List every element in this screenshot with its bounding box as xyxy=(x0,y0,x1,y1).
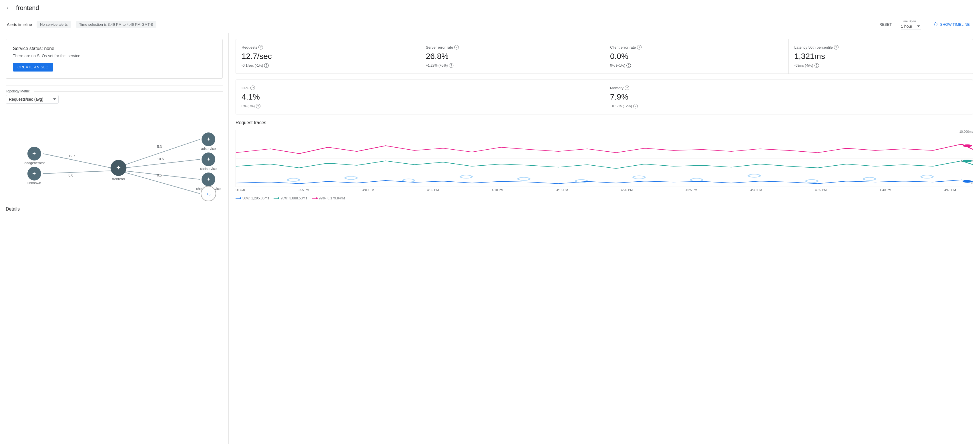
memory-change-help-icon[interactable]: ? xyxy=(633,104,638,109)
svg-line-2 xyxy=(124,139,200,165)
x-axis-labels: UTC-8 3:55 PM 4:00 PM 4:05 PM 4:10 PM 4:… xyxy=(235,187,956,192)
server-error-help-icon[interactable]: ? xyxy=(454,45,459,50)
svg-text:0.5: 0.5 xyxy=(157,173,162,177)
time-selection-badge: Time selection is 3:46 PM to 4:46 PM GMT… xyxy=(76,21,156,28)
svg-text:✦: ✦ xyxy=(207,136,211,142)
latency-value: 1,321ms xyxy=(794,52,967,61)
svg-point-50 xyxy=(963,180,972,183)
cpu-title: CPU ? xyxy=(242,86,598,90)
alerts-label: Alerts timeline xyxy=(7,22,32,27)
create-slo-button[interactable]: CREATE AN SLO xyxy=(13,63,53,72)
cpu-memory-grid: CPU ? 4.1% 0% (0%) ? Memory ? 7.9% +0.17… xyxy=(235,80,973,115)
details-title: Details xyxy=(6,206,223,214)
svg-point-37 xyxy=(963,160,972,162)
main-content: Service status: none There are no SLOs s… xyxy=(0,33,980,444)
svg-text:✦: ✦ xyxy=(207,177,211,182)
service-status-desc: There are no SLOs set for this service. xyxy=(13,53,216,58)
svg-point-41 xyxy=(461,175,472,178)
server-error-change-help-icon[interactable]: ? xyxy=(449,63,453,68)
svg-text:10.6: 10.6 xyxy=(157,157,164,161)
svg-point-38 xyxy=(288,178,299,181)
svg-point-48 xyxy=(864,177,875,180)
traces-chart xyxy=(235,130,973,187)
top-metrics-grid: Requests ? 12.7/sec -0.1/sec (-1%) ? Ser… xyxy=(235,39,973,74)
right-panel: Requests ? 12.7/sec -0.1/sec (-1%) ? Ser… xyxy=(229,33,980,444)
svg-point-42 xyxy=(518,177,530,180)
alerts-bar: Alerts timeline No service alerts Time s… xyxy=(0,16,980,33)
requests-metric: Requests ? 12.7/sec -0.1/sec (-1%) ? xyxy=(236,39,420,73)
latency-change: -68ms (-5%) ? xyxy=(794,63,967,68)
svg-text:unknown: unknown xyxy=(27,181,41,185)
cpu-change-help-icon[interactable]: ? xyxy=(256,104,261,109)
server-error-title: Server error rate ? xyxy=(426,45,599,50)
no-alerts-badge: No service alerts xyxy=(37,21,71,28)
time-span-group: Time Span 1 hour 6 hours 1 day 1 week xyxy=(901,19,921,29)
cpu-change: 0% (0%) ? xyxy=(242,104,598,109)
traces-section: Request traces 10,000ms 5,000ms 0 xyxy=(235,120,973,200)
server-error-value: 26.8% xyxy=(426,52,599,61)
time-span-label: Time Span xyxy=(901,19,916,23)
svg-text:✦: ✦ xyxy=(207,157,211,162)
svg-point-46 xyxy=(748,174,760,177)
timeline-icon: ⏱ xyxy=(934,22,938,27)
requests-change-help-icon[interactable]: ? xyxy=(264,63,269,68)
latency-title: Latency 50th percentile ? xyxy=(794,45,967,50)
reset-button[interactable]: RESET xyxy=(879,22,892,27)
latency-metric: Latency 50th percentile ? 1,321ms -68ms … xyxy=(789,39,973,73)
requests-help-icon[interactable]: ? xyxy=(258,45,263,50)
cpu-help-icon[interactable]: ? xyxy=(250,86,255,90)
topology-graph: 12.7 0.0 5.3 10.6 0.5 - ✦ loadgenerator … xyxy=(6,109,223,201)
svg-point-45 xyxy=(691,178,702,181)
client-error-change: 0% (+1%) ? xyxy=(610,63,783,68)
svg-point-54 xyxy=(278,197,279,199)
svg-line-4 xyxy=(124,171,200,179)
svg-text:+5: +5 xyxy=(207,192,210,196)
chart-legend: 50%: 1,295.36ms 95%: 3,888.53ms 99%: 6,1… xyxy=(235,194,973,200)
latency-change-help-icon[interactable]: ? xyxy=(815,63,819,68)
svg-text:✦: ✦ xyxy=(32,171,36,177)
memory-change: +0.17% (+2%) ? xyxy=(610,104,967,109)
time-span-select[interactable]: 1 hour 6 hours 1 day 1 week xyxy=(901,24,921,29)
cpu-metric: CPU ? 4.1% 0% (0%) ? xyxy=(236,80,605,114)
svg-point-44 xyxy=(633,176,645,179)
back-icon[interactable]: ← xyxy=(6,5,11,11)
left-panel: Service status: none There are no SLOs s… xyxy=(0,33,229,444)
svg-point-36 xyxy=(963,144,972,147)
legend-99: 99%: 6,179.84ms xyxy=(312,196,345,200)
svg-point-52 xyxy=(240,197,241,199)
memory-title: Memory ? xyxy=(610,86,967,90)
legend-95: 95%: 3,888.53ms xyxy=(274,196,307,200)
memory-metric: Memory ? 7.9% +0.17% (+2%) ? xyxy=(605,80,973,114)
svg-text:frontend: frontend xyxy=(112,177,125,181)
page-title: frontend xyxy=(16,4,39,12)
show-timeline-button[interactable]: ⏱ SHOW TIMELINE xyxy=(930,20,973,29)
client-error-help-icon[interactable]: ? xyxy=(637,45,641,50)
topology-metric-select[interactable]: Requests/sec (avg) Error rate Latency 50… xyxy=(6,95,59,104)
svg-text:0.0: 0.0 xyxy=(68,173,73,177)
requests-value: 12.7/sec xyxy=(242,52,414,61)
service-status-card: Service status: none There are no SLOs s… xyxy=(6,39,223,79)
client-error-title: Client error rate ? xyxy=(610,45,783,50)
memory-help-icon[interactable]: ? xyxy=(625,86,629,90)
svg-line-5 xyxy=(124,172,200,194)
client-error-metric: Client error rate ? 0.0% 0% (+1%) ? xyxy=(605,39,789,73)
traces-title: Request traces xyxy=(235,120,973,125)
svg-text:✦: ✦ xyxy=(116,165,121,171)
latency-help-icon[interactable]: ? xyxy=(834,45,838,50)
service-status-title: Service status: none xyxy=(13,46,216,51)
client-error-change-help-icon[interactable]: ? xyxy=(626,63,631,68)
svg-text:loadgenerator: loadgenerator xyxy=(24,161,45,165)
show-timeline-label: SHOW TIMELINE xyxy=(940,22,970,27)
memory-value: 7.9% xyxy=(610,93,967,102)
server-error-metric: Server error rate ? 26.8% +1.28% (+5%) ? xyxy=(420,39,605,73)
svg-line-0 xyxy=(43,153,111,168)
requests-change: -0.1/sec (-1%) ? xyxy=(242,63,414,68)
svg-text:✦: ✦ xyxy=(32,151,36,157)
svg-line-1 xyxy=(43,171,111,174)
svg-point-39 xyxy=(345,177,357,180)
top-bar: ← frontend xyxy=(0,0,980,16)
details-section: Details xyxy=(6,201,223,214)
legend-50: 50%: 1,295.36ms xyxy=(235,196,269,200)
chart-wrapper: 10,000ms 5,000ms 0 xyxy=(235,130,973,192)
svg-text:cartservice: cartservice xyxy=(200,167,217,171)
